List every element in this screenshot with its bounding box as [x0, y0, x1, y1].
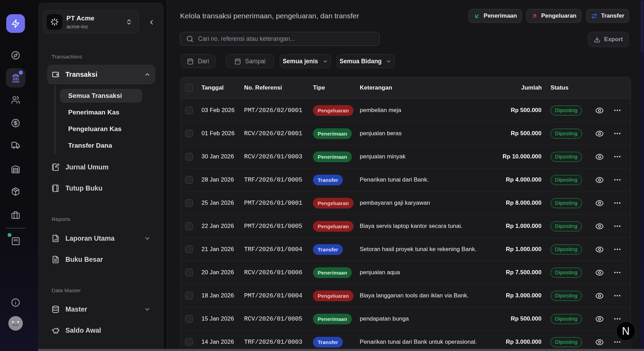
- sidebar-item-transaksi[interactable]: Transaksi: [47, 65, 155, 84]
- view-row-button[interactable]: [592, 173, 606, 187]
- search-box: [180, 32, 380, 46]
- rail-item-info[interactable]: [8, 295, 23, 310]
- row-checkbox[interactable]: [185, 176, 193, 184]
- table-row: 01 Feb 2026 RCV/2026/02/0001 Penerimaan …: [180, 122, 630, 145]
- column-header-status[interactable]: Status: [551, 77, 569, 99]
- database-icon: [52, 305, 60, 313]
- horizontal-scrollbar-thumb[interactable]: [38, 349, 644, 351]
- select-all-checkbox[interactable]: [185, 84, 193, 92]
- column-header-jumlah[interactable]: Jumlah: [521, 77, 542, 99]
- avatar-face-icon: [8, 316, 23, 331]
- rail-item-store[interactable]: [8, 233, 23, 249]
- cell-amount: Rp 7.500.000: [506, 269, 542, 276]
- sidebar-item-buku-besar[interactable]: Buku Besar: [47, 251, 155, 269]
- row-actions-button[interactable]: [610, 289, 624, 303]
- row-actions-button[interactable]: [610, 266, 624, 279]
- sidebar-subitem-semua-transaksi[interactable]: Semua Transaksi: [60, 89, 142, 103]
- user-avatar[interactable]: [8, 316, 23, 331]
- ellipsis-icon: [613, 268, 621, 277]
- export-button[interactable]: Export: [588, 32, 629, 47]
- vertical-scrollbar[interactable]: [640, 0, 644, 351]
- sidebar-subitem-penerimaan-kas[interactable]: Penerimaan Kas: [60, 105, 142, 119]
- circle-dollar-icon: [11, 119, 20, 128]
- rail-item-warehouse[interactable]: [8, 161, 23, 177]
- row-checkbox[interactable]: [185, 153, 193, 160]
- view-row-button[interactable]: [592, 127, 606, 140]
- ellipsis-icon: [613, 129, 621, 138]
- pengeluaran-button[interactable]: Pengeluaran: [526, 9, 581, 23]
- table-row: 30 Jan 2026 RCV/2026/01/0003 Penerimaan …: [180, 145, 630, 168]
- date-to-button[interactable]: Sampai: [226, 54, 274, 68]
- ellipsis-icon: [613, 106, 621, 114]
- field-filter-select[interactable]: Semua Bidang: [337, 54, 395, 68]
- rail-item-users[interactable]: [8, 92, 23, 108]
- view-row-button[interactable]: [592, 266, 606, 279]
- status-badge: Diposting: [551, 314, 582, 324]
- sidebar-item-laporan-utama[interactable]: Laporan Utama: [47, 229, 155, 247]
- row-checkbox[interactable]: [185, 222, 193, 230]
- column-header-referensi[interactable]: No. Referensi: [244, 77, 282, 99]
- cell-description: penjualan aqua: [360, 269, 400, 276]
- eye-icon: [595, 199, 604, 207]
- workspace-switcher[interactable]: PT Acme acme-inc: [43, 10, 139, 34]
- sidebar-subitem-transfer-dana[interactable]: Transfer Dana: [60, 139, 142, 153]
- cell-amount: Rp 500.000: [511, 315, 542, 322]
- row-checkbox[interactable]: [185, 269, 193, 276]
- view-row-button[interactable]: [592, 150, 606, 164]
- sidebar-subitem-pengeluaran-kas[interactable]: Pengeluaran Kas: [60, 122, 142, 136]
- row-actions-button[interactable]: [610, 242, 624, 256]
- sidebar-item-jurnal-umum[interactable]: Jurnal Umum: [47, 158, 155, 176]
- sidebar-item-master[interactable]: Master: [47, 300, 155, 318]
- cell-amount: Rp 3.000.000: [506, 339, 542, 345]
- view-row-button[interactable]: [592, 335, 606, 349]
- section-label-reports: Reports: [52, 216, 70, 222]
- type-filter-select[interactable]: Semua jenis: [280, 54, 331, 68]
- cell-date: 25 Jan 2026: [202, 200, 234, 206]
- rail-item-transactions[interactable]: [6, 68, 25, 87]
- view-row-button[interactable]: [592, 242, 606, 256]
- row-actions-button[interactable]: [610, 103, 624, 117]
- row-checkbox[interactable]: [185, 130, 193, 137]
- date-from-button[interactable]: Dari: [181, 54, 215, 68]
- rail-item-logistics[interactable]: [8, 138, 23, 153]
- rail-item-finance[interactable]: [8, 116, 23, 131]
- row-actions-button[interactable]: [610, 150, 624, 164]
- vertical-scrollbar-thumb[interactable]: [641, 1, 643, 53]
- calendar-icon: [234, 58, 241, 65]
- row-actions-button[interactable]: [610, 127, 624, 140]
- row-checkbox[interactable]: [185, 199, 193, 207]
- row-checkbox[interactable]: [185, 292, 193, 299]
- rail-item-inventory[interactable]: [8, 184, 23, 199]
- row-checkbox[interactable]: [185, 338, 193, 346]
- row-actions-button[interactable]: [610, 196, 624, 210]
- view-row-button[interactable]: [592, 289, 606, 303]
- dev-tools-badge[interactable]: N: [616, 322, 635, 341]
- sidebar-collapse-button[interactable]: [146, 17, 156, 27]
- view-row-button[interactable]: [592, 196, 606, 210]
- view-row-button[interactable]: [592, 103, 606, 117]
- sidebar-item-saldo-awal[interactable]: Saldo Awal: [47, 322, 155, 340]
- row-checkbox[interactable]: [185, 246, 193, 253]
- row-checkbox[interactable]: [185, 315, 193, 323]
- view-row-button[interactable]: [592, 219, 606, 233]
- column-header-keterangan[interactable]: Keterangan: [360, 77, 392, 99]
- row-checkbox[interactable]: [185, 107, 193, 114]
- column-header-tipe[interactable]: Tipe: [313, 77, 325, 99]
- sidebar-item-label: Transaksi: [65, 71, 97, 78]
- sidebar-item-tutup-buku[interactable]: Tutup Buku: [47, 179, 155, 197]
- arrow-right-left-icon: [591, 13, 598, 19]
- view-row-button[interactable]: [592, 312, 606, 326]
- file-text-icon: [52, 256, 60, 264]
- column-header-tanggal[interactable]: Tanggal: [202, 77, 224, 99]
- rail-item-business[interactable]: [8, 208, 23, 223]
- app-logo[interactable]: [6, 14, 25, 33]
- row-actions-button[interactable]: [610, 219, 624, 233]
- chevron-down-icon: [144, 235, 151, 242]
- search-input[interactable]: [198, 35, 376, 43]
- cell-amount: Rp 8.000.000: [506, 200, 542, 206]
- penerimaan-button[interactable]: Penerimaan: [468, 9, 522, 23]
- row-actions-button[interactable]: [610, 173, 624, 187]
- rail-item-compass[interactable]: [8, 48, 23, 63]
- transfer-button[interactable]: Transfer: [586, 9, 629, 23]
- ellipsis-icon: [613, 222, 621, 230]
